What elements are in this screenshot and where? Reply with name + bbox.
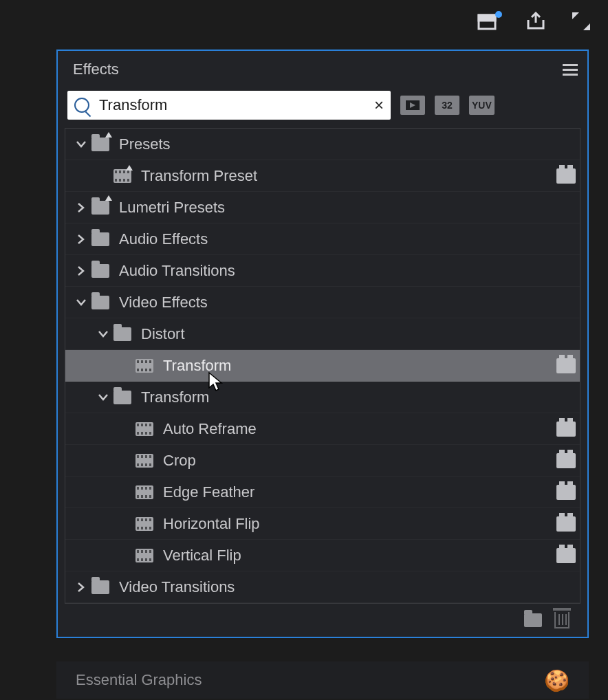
essential-graphics-title: Essential Graphics: [76, 671, 202, 689]
folder-icon: [91, 232, 109, 246]
tree-row-label: Audio Effects: [119, 230, 580, 248]
new-bin-button[interactable]: [524, 613, 542, 627]
share-icon[interactable]: [525, 12, 546, 31]
chevron-right-icon[interactable]: [75, 201, 87, 214]
delete-button[interactable]: [554, 612, 569, 628]
preset-icon: [135, 549, 153, 562]
tree-row[interactable]: Crop: [65, 445, 580, 477]
preset-icon: [135, 454, 153, 468]
notification-dot: [495, 11, 502, 18]
folder-icon: [113, 391, 131, 404]
tree-row-label: Audio Transitions: [119, 262, 580, 280]
folder-icon: [91, 201, 109, 215]
tree-row-label: Video Effects: [119, 294, 580, 311]
32bit-filter-button[interactable]: 32: [435, 96, 459, 115]
tree-row[interactable]: Horizontal Flip: [65, 508, 580, 540]
yuv-filter-button[interactable]: YUV: [469, 96, 495, 115]
tree-row[interactable]: Edge Feather: [65, 477, 580, 508]
tree-row[interactable]: Presets: [65, 129, 580, 160]
search-icon: [74, 98, 89, 113]
svg-rect-1: [479, 15, 495, 21]
tree-row[interactable]: Transform Preset: [65, 160, 580, 192]
accelerated-badge-icon: [556, 548, 576, 563]
tree-row[interactable]: Auto Reframe: [65, 413, 580, 445]
panel-menu-button[interactable]: [563, 64, 578, 76]
tree-row[interactable]: Audio Transitions: [65, 255, 580, 287]
panel-title: Effects: [73, 61, 119, 78]
essential-graphics-panel-header[interactable]: Essential Graphics 🍪: [56, 661, 589, 699]
tree-row-label: Horizontal Flip: [163, 515, 556, 533]
tree-row-label: Video Transitions: [119, 578, 580, 596]
preset-icon: [135, 517, 153, 531]
tree-row[interactable]: Transform: [65, 350, 580, 382]
tree-row[interactable]: Vertical Flip: [65, 540, 580, 571]
folder-icon: [91, 296, 109, 309]
preset-icon: [135, 359, 153, 373]
tree-row[interactable]: Audio Effects: [65, 223, 580, 255]
tree-row-label: Auto Reframe: [163, 420, 556, 438]
accelerated-badge-icon: [556, 453, 576, 468]
tree-row-label: Vertical Flip: [163, 547, 556, 565]
chevron-down-icon[interactable]: [75, 138, 87, 151]
tree-row-label: Distort: [141, 325, 580, 343]
chevron-right-icon[interactable]: [75, 265, 87, 277]
maximize-icon[interactable]: [572, 12, 590, 30]
tree-row-label: Edge Feather: [163, 483, 556, 501]
preset-icon: [135, 485, 153, 499]
folder-icon: [91, 138, 109, 151]
tree-row[interactable]: Lumetri Presets: [65, 192, 580, 223]
tree-row-label: Crop: [163, 452, 556, 470]
accelerated-badge-icon: [556, 485, 576, 500]
chevron-down-icon[interactable]: [75, 296, 87, 309]
search-input[interactable]: [98, 96, 374, 115]
effects-tree: PresetsTransform PresetLumetri PresetsAu…: [65, 128, 580, 604]
tree-row[interactable]: Transform: [65, 382, 580, 413]
accelerated-badge-icon: [556, 358, 576, 373]
sync-icon[interactable]: [477, 12, 499, 30]
tree-row[interactable]: Video Transitions: [65, 571, 580, 603]
clear-search-button[interactable]: ×: [374, 96, 384, 115]
preset-icon: [135, 422, 153, 436]
tree-row-label: Transform: [141, 389, 580, 406]
chevron-right-icon[interactable]: [75, 233, 87, 245]
folder-icon: [113, 327, 131, 341]
tree-row[interactable]: Video Effects: [65, 287, 580, 318]
tree-row-label: Transform Preset: [141, 167, 556, 185]
folder-icon: [91, 580, 109, 594]
chevron-right-icon[interactable]: [75, 581, 87, 593]
chevron-down-icon[interactable]: [97, 391, 109, 404]
tree-row-label: Lumetri Presets: [119, 199, 580, 217]
accelerated-badge-icon: [556, 516, 576, 532]
tree-row-label: Transform: [163, 357, 556, 375]
effects-panel: Effects × 32 YUV PresetsTransform Preset…: [56, 50, 589, 638]
folder-icon: [91, 264, 109, 278]
accelerated-badge-icon: [556, 422, 576, 437]
chevron-down-icon[interactable]: [97, 328, 109, 340]
tree-row[interactable]: Distort: [65, 318, 580, 350]
search-box[interactable]: ×: [67, 91, 391, 120]
tree-row-label: Presets: [119, 135, 580, 153]
accelerated-filter-button[interactable]: [400, 96, 425, 115]
accelerated-badge-icon: [556, 168, 576, 184]
cookie-icon: 🍪: [544, 668, 569, 692]
preset-icon: [113, 169, 131, 183]
